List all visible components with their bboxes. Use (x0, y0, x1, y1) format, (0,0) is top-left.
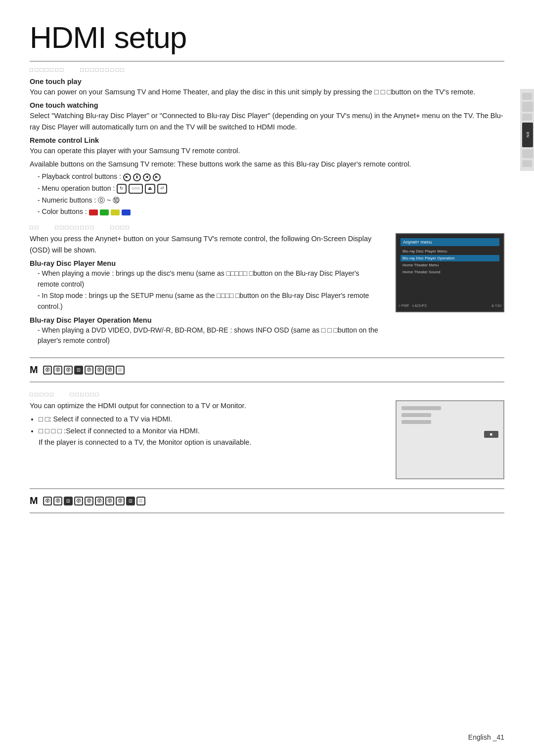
mock-label-2 (401, 413, 431, 417)
sq2: ⓨ (53, 366, 62, 375)
m-icon-2: M (30, 495, 38, 506)
hdmi-screen-mockup: ■ (396, 400, 504, 479)
home-icon: ↻ (117, 184, 127, 194)
color-icons (89, 210, 131, 215)
sq3: ⓨ (64, 366, 73, 375)
bluray-menu-item1: - When playing a movie : brings up the d… (33, 268, 381, 290)
sq2-8: ⓨ (116, 497, 125, 505)
screen-item-4: Home Theater Sound (400, 269, 499, 275)
bluray-menu-label: Blu-ray Disc Player Menu (30, 259, 381, 267)
hdmi-color-intro: You can optimize the HDMI output for con… (30, 400, 381, 411)
green-button (100, 210, 109, 215)
play-icon: ▶ (123, 173, 131, 181)
screen-item-1: Blu-ray Disc Player Menu (400, 248, 499, 254)
hdmi-screen-col: ■ (396, 400, 504, 479)
section-m-1: M ⓨ ⓨ ⓨ ◫ ⓨ ⓨ ⓨ □ (30, 357, 504, 382)
hdmi-tv-item: □ □: Select if connected to a TV via HDM… (39, 414, 381, 424)
color-buttons-item: - Color buttons : (33, 207, 504, 217)
sidebar-tab-label: EN (526, 132, 530, 137)
sq2-10: □ (136, 497, 145, 505)
one-touch-play-text: You can power on your Samsung TV and Hom… (30, 86, 504, 97)
return-icon: ⏏ (145, 184, 155, 194)
sq5: ⓨ (85, 366, 93, 375)
mock-row-2 (401, 413, 498, 417)
anynet-heading: □□□□□□□ □□□□□□□□□ (30, 67, 504, 74)
section-m-2: M ⓨ ⓨ ◫ ⓨ ⓨ ⓨ ⓨ ⓨ ◫ □ (30, 488, 504, 513)
sq2-6: ⓨ (95, 497, 104, 505)
screen-menu-title: Anynet+ menu (400, 238, 499, 246)
red-button (89, 210, 98, 215)
page-title: HDMI setup (30, 20, 504, 62)
one-touch-watching-text: Select "Watching Blu-ray Disc Player" or… (30, 110, 504, 132)
screen-bottom-left: > PWF s &OUFS (399, 304, 427, 307)
sq2-4: ⓨ (74, 497, 83, 505)
osd-text-col: When you press the Anynet+ button on you… (30, 233, 381, 348)
sq2-9: ◫ (126, 497, 135, 505)
sq4: ◫ (74, 366, 83, 375)
hdmi-color-two-col: You can optimize the HDMI output for con… (30, 400, 504, 479)
menu-icon: ○○○ (129, 184, 142, 194)
osd-heading: □□ □□□□□□□□ □□□□ (30, 224, 504, 231)
playback-buttons-item: - Playback control buttons : ▶ ▮ ◀ ▶ (33, 171, 504, 182)
sidebar-tab-5[interactable] (522, 160, 532, 167)
m-icons-row-2: ⓨ ⓨ ◫ ⓨ ⓨ ⓨ ⓨ ⓨ ◫ □ (43, 497, 145, 505)
anynet-section: □□□□□□□ □□□□□□□□□ One touch play You can… (30, 67, 504, 217)
bluray-operation-list: - When playing a DVD VIDEO, DVD-RW/-R, B… (33, 325, 381, 346)
bluray-menu-item2: - In Stop mode : brings up the SETUP men… (33, 291, 381, 312)
menu-operation-item: - Menu operation button : ↻ ○○○ ⏏ ⏎ (33, 183, 504, 194)
menu-icons: ↻ ○○○ ⏏ ⏎ (117, 184, 167, 194)
sidebar-tab-3[interactable] (522, 114, 532, 121)
mock-label-3 (401, 420, 431, 424)
sidebar-tab-4[interactable] (522, 149, 533, 158)
bluray-menu-list: - When playing a movie : brings up the d… (33, 268, 381, 312)
sq2-5: ⓨ (85, 497, 93, 505)
remote-control-label: Remote control Link (30, 136, 504, 144)
sidebar-tab-1[interactable] (522, 93, 532, 100)
bluray-operation-item1: - When playing a DVD VIDEO, DVD-RW/-R, B… (33, 325, 381, 346)
osd-two-col: When you press the Anynet+ button on you… (30, 233, 504, 348)
sq1: ⓨ (43, 366, 52, 375)
playback-icons: ▶ ▮ ◀ ▶ (123, 173, 161, 181)
screen-item-3: Home Theater Menu (400, 262, 499, 268)
hdmi-color-section: □□□□□ □□□□□□ You can optimize the HDMI o… (30, 391, 504, 479)
sq8: □ (116, 366, 125, 375)
mock-row-1 (401, 406, 498, 410)
button-list: - Playback control buttons : ▶ ▮ ◀ ▶ - M… (33, 171, 504, 217)
next-icon: ▶ (153, 173, 161, 181)
enter-icon: ⏎ (157, 184, 167, 194)
screen-bottom: > PWF s &OUFS & YJU (399, 304, 501, 307)
osd-section: □□ □□□□□□□□ □□□□ When you press the Anyn… (30, 224, 504, 348)
remote-control-text: You can operate this player with your Sa… (30, 145, 504, 156)
sq2-7: ⓨ (105, 497, 114, 505)
sidebar-tab-2[interactable] (522, 102, 533, 112)
mock-selected-value: ■ (484, 431, 498, 438)
hdmi-color-text-col: You can optimize the HDMI output for con… (30, 400, 381, 451)
osd-screen-col: Anynet+ menu Blu-ray Disc Player Menu Bl… (396, 233, 504, 312)
mock-label-1 (401, 406, 441, 410)
one-touch-watching-label: One touch watching (30, 101, 504, 109)
right-sidebar: EN (520, 89, 534, 171)
m-icon-1: M (30, 364, 38, 376)
hdmi-monitor-item: □ □ □ □ :Select if connected to a Monito… (39, 425, 381, 448)
screen-item-2: Blu-ray Disc Player Operation (400, 255, 499, 261)
yellow-button (111, 210, 120, 215)
m-icons-row-1: ⓨ ⓨ ⓨ ◫ ⓨ ⓨ ⓨ □ (43, 366, 125, 375)
one-touch-play-label: One touch play (30, 78, 504, 85)
sq6: ⓨ (95, 366, 104, 375)
sidebar-tab-active[interactable]: EN (522, 123, 533, 147)
blue-button (122, 210, 131, 215)
mock-row-3 (401, 420, 498, 424)
numeric-buttons-item: - Numeric buttons : ⓪ ~ ⑩ (33, 195, 504, 206)
hdmi-color-list: □ □: Select if connected to a TV via HDM… (39, 414, 381, 448)
prev-icon: ◀ (143, 173, 151, 181)
osd-intro-text: When you press the Anynet+ button on you… (30, 233, 381, 255)
sq2-2: ⓨ (53, 497, 62, 505)
stop-icon: ▮ (133, 173, 141, 181)
sq2-3: ◫ (64, 497, 73, 505)
osd-screen-mockup: Anynet+ menu Blu-ray Disc Player Menu Bl… (396, 233, 504, 312)
hdmi-color-heading: □□□□□ □□□□□□ (30, 391, 504, 398)
screen-bottom-right: & YJU (491, 304, 501, 307)
available-text: Available buttons on the Samsung TV remo… (30, 159, 504, 169)
sq2-1: ⓨ (43, 497, 52, 505)
bluray-operation-label: Blu-ray Disc Player Operation Menu (30, 316, 381, 324)
